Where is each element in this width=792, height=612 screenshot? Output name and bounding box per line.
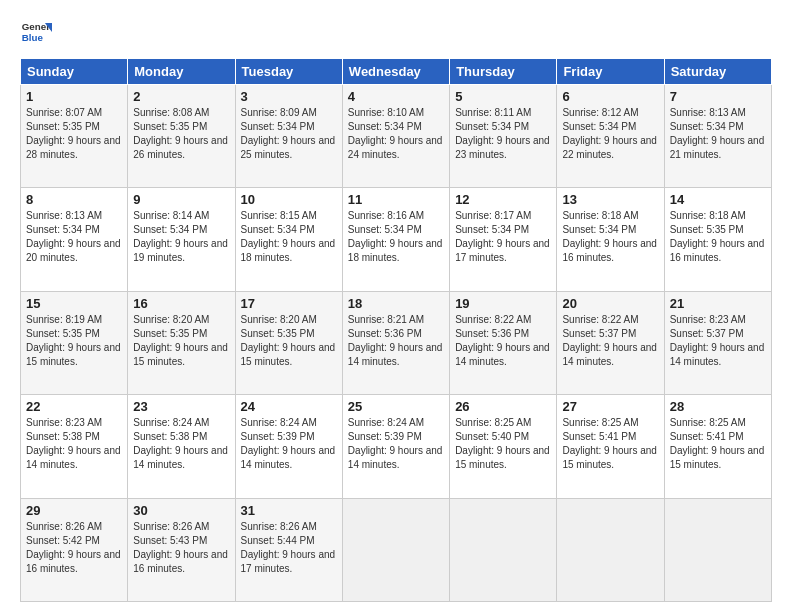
day-cell: 14 Sunrise: 8:18 AMSunset: 5:35 PMDaylig… [664, 188, 771, 291]
day-cell: 21 Sunrise: 8:23 AMSunset: 5:37 PMDaylig… [664, 291, 771, 394]
day-cell: 24 Sunrise: 8:24 AMSunset: 5:39 PMDaylig… [235, 395, 342, 498]
day-number: 20 [562, 296, 658, 311]
day-cell: 22 Sunrise: 8:23 AMSunset: 5:38 PMDaylig… [21, 395, 128, 498]
day-info: Sunrise: 8:18 AMSunset: 5:35 PMDaylight:… [670, 210, 765, 263]
day-number: 19 [455, 296, 551, 311]
day-cell: 8 Sunrise: 8:13 AMSunset: 5:34 PMDayligh… [21, 188, 128, 291]
day-cell: 15 Sunrise: 8:19 AMSunset: 5:35 PMDaylig… [21, 291, 128, 394]
day-info: Sunrise: 8:24 AMSunset: 5:38 PMDaylight:… [133, 417, 228, 470]
day-number: 13 [562, 192, 658, 207]
header: General Blue [20, 16, 772, 48]
day-info: Sunrise: 8:11 AMSunset: 5:34 PMDaylight:… [455, 107, 550, 160]
day-info: Sunrise: 8:20 AMSunset: 5:35 PMDaylight:… [133, 314, 228, 367]
day-number: 22 [26, 399, 122, 414]
week-row-1: 1 Sunrise: 8:07 AMSunset: 5:35 PMDayligh… [21, 85, 772, 188]
day-info: Sunrise: 8:12 AMSunset: 5:34 PMDaylight:… [562, 107, 657, 160]
day-info: Sunrise: 8:26 AMSunset: 5:42 PMDaylight:… [26, 521, 121, 574]
day-number: 9 [133, 192, 229, 207]
day-info: Sunrise: 8:23 AMSunset: 5:37 PMDaylight:… [670, 314, 765, 367]
day-info: Sunrise: 8:26 AMSunset: 5:43 PMDaylight:… [133, 521, 228, 574]
day-number: 10 [241, 192, 337, 207]
weekday-header-monday: Monday [128, 59, 235, 85]
day-number: 24 [241, 399, 337, 414]
day-cell: 28 Sunrise: 8:25 AMSunset: 5:41 PMDaylig… [664, 395, 771, 498]
day-info: Sunrise: 8:26 AMSunset: 5:44 PMDaylight:… [241, 521, 336, 574]
week-row-3: 15 Sunrise: 8:19 AMSunset: 5:35 PMDaylig… [21, 291, 772, 394]
day-cell [450, 498, 557, 601]
day-info: Sunrise: 8:10 AMSunset: 5:34 PMDaylight:… [348, 107, 443, 160]
day-cell: 30 Sunrise: 8:26 AMSunset: 5:43 PMDaylig… [128, 498, 235, 601]
day-info: Sunrise: 8:25 AMSunset: 5:40 PMDaylight:… [455, 417, 550, 470]
day-cell: 20 Sunrise: 8:22 AMSunset: 5:37 PMDaylig… [557, 291, 664, 394]
day-info: Sunrise: 8:16 AMSunset: 5:34 PMDaylight:… [348, 210, 443, 263]
svg-text:Blue: Blue [22, 32, 44, 43]
day-cell: 26 Sunrise: 8:25 AMSunset: 5:40 PMDaylig… [450, 395, 557, 498]
day-cell: 6 Sunrise: 8:12 AMSunset: 5:34 PMDayligh… [557, 85, 664, 188]
day-cell: 31 Sunrise: 8:26 AMSunset: 5:44 PMDaylig… [235, 498, 342, 601]
day-number: 1 [26, 89, 122, 104]
day-info: Sunrise: 8:23 AMSunset: 5:38 PMDaylight:… [26, 417, 121, 470]
day-cell: 5 Sunrise: 8:11 AMSunset: 5:34 PMDayligh… [450, 85, 557, 188]
day-number: 7 [670, 89, 766, 104]
logo-icon: General Blue [20, 16, 52, 48]
day-info: Sunrise: 8:18 AMSunset: 5:34 PMDaylight:… [562, 210, 657, 263]
day-number: 27 [562, 399, 658, 414]
day-cell: 17 Sunrise: 8:20 AMSunset: 5:35 PMDaylig… [235, 291, 342, 394]
day-number: 11 [348, 192, 444, 207]
day-cell: 10 Sunrise: 8:15 AMSunset: 5:34 PMDaylig… [235, 188, 342, 291]
day-info: Sunrise: 8:25 AMSunset: 5:41 PMDaylight:… [562, 417, 657, 470]
day-number: 17 [241, 296, 337, 311]
logo: General Blue [20, 16, 52, 48]
day-info: Sunrise: 8:14 AMSunset: 5:34 PMDaylight:… [133, 210, 228, 263]
day-cell: 9 Sunrise: 8:14 AMSunset: 5:34 PMDayligh… [128, 188, 235, 291]
day-number: 4 [348, 89, 444, 104]
weekday-header-saturday: Saturday [664, 59, 771, 85]
svg-text:General: General [22, 21, 52, 32]
day-cell: 11 Sunrise: 8:16 AMSunset: 5:34 PMDaylig… [342, 188, 449, 291]
day-number: 6 [562, 89, 658, 104]
day-cell: 29 Sunrise: 8:26 AMSunset: 5:42 PMDaylig… [21, 498, 128, 601]
day-cell: 25 Sunrise: 8:24 AMSunset: 5:39 PMDaylig… [342, 395, 449, 498]
day-number: 26 [455, 399, 551, 414]
day-cell: 27 Sunrise: 8:25 AMSunset: 5:41 PMDaylig… [557, 395, 664, 498]
day-number: 3 [241, 89, 337, 104]
weekday-header-thursday: Thursday [450, 59, 557, 85]
day-info: Sunrise: 8:24 AMSunset: 5:39 PMDaylight:… [241, 417, 336, 470]
day-number: 5 [455, 89, 551, 104]
day-info: Sunrise: 8:22 AMSunset: 5:36 PMDaylight:… [455, 314, 550, 367]
day-number: 23 [133, 399, 229, 414]
day-number: 18 [348, 296, 444, 311]
day-cell: 7 Sunrise: 8:13 AMSunset: 5:34 PMDayligh… [664, 85, 771, 188]
weekday-header-sunday: Sunday [21, 59, 128, 85]
week-row-5: 29 Sunrise: 8:26 AMSunset: 5:42 PMDaylig… [21, 498, 772, 601]
day-cell [342, 498, 449, 601]
day-info: Sunrise: 8:17 AMSunset: 5:34 PMDaylight:… [455, 210, 550, 263]
weekday-header-wednesday: Wednesday [342, 59, 449, 85]
day-cell: 2 Sunrise: 8:08 AMSunset: 5:35 PMDayligh… [128, 85, 235, 188]
day-info: Sunrise: 8:13 AMSunset: 5:34 PMDaylight:… [26, 210, 121, 263]
day-cell: 18 Sunrise: 8:21 AMSunset: 5:36 PMDaylig… [342, 291, 449, 394]
day-cell: 1 Sunrise: 8:07 AMSunset: 5:35 PMDayligh… [21, 85, 128, 188]
day-info: Sunrise: 8:09 AMSunset: 5:34 PMDaylight:… [241, 107, 336, 160]
day-number: 15 [26, 296, 122, 311]
day-number: 30 [133, 503, 229, 518]
day-cell: 23 Sunrise: 8:24 AMSunset: 5:38 PMDaylig… [128, 395, 235, 498]
weekday-header-friday: Friday [557, 59, 664, 85]
weekday-header-row: SundayMondayTuesdayWednesdayThursdayFrid… [21, 59, 772, 85]
page: General Blue SundayMondayTuesdayWednesda… [0, 0, 792, 612]
day-cell: 12 Sunrise: 8:17 AMSunset: 5:34 PMDaylig… [450, 188, 557, 291]
day-number: 12 [455, 192, 551, 207]
day-number: 31 [241, 503, 337, 518]
day-cell [557, 498, 664, 601]
day-number: 25 [348, 399, 444, 414]
day-cell: 13 Sunrise: 8:18 AMSunset: 5:34 PMDaylig… [557, 188, 664, 291]
day-number: 2 [133, 89, 229, 104]
day-info: Sunrise: 8:19 AMSunset: 5:35 PMDaylight:… [26, 314, 121, 367]
week-row-4: 22 Sunrise: 8:23 AMSunset: 5:38 PMDaylig… [21, 395, 772, 498]
day-info: Sunrise: 8:21 AMSunset: 5:36 PMDaylight:… [348, 314, 443, 367]
day-number: 29 [26, 503, 122, 518]
weekday-header-tuesday: Tuesday [235, 59, 342, 85]
day-info: Sunrise: 8:15 AMSunset: 5:34 PMDaylight:… [241, 210, 336, 263]
day-number: 8 [26, 192, 122, 207]
day-cell: 16 Sunrise: 8:20 AMSunset: 5:35 PMDaylig… [128, 291, 235, 394]
